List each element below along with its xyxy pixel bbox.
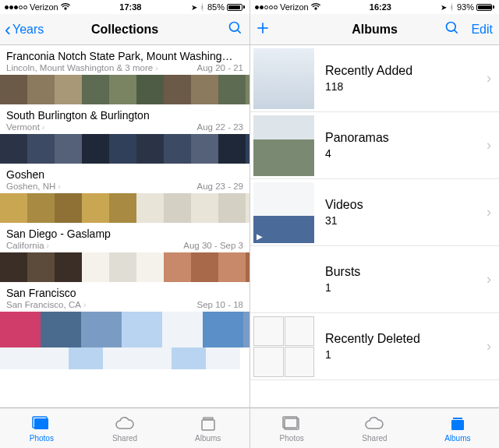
album-name: Recently Added xyxy=(325,64,487,78)
tab-photos[interactable]: Photos xyxy=(0,408,83,448)
tab-label: Shared xyxy=(362,434,387,443)
nav-bar: Albums Edit xyxy=(250,14,499,45)
battery-icon xyxy=(476,4,494,11)
album-row[interactable]: Panoramas 4 › xyxy=(250,112,499,179)
collection-date: Aug 22 - 23 xyxy=(197,122,243,132)
collection-group[interactable]: San Francisco San Francisco, CA› Sep 10 … xyxy=(0,282,250,369)
album-count: 4 xyxy=(325,147,487,160)
chevron-right-icon: › xyxy=(487,204,491,220)
album-name: Bursts xyxy=(325,265,487,279)
signal-dots-icon xyxy=(5,5,27,9)
tab-shared[interactable]: Shared xyxy=(333,408,416,448)
album-count: 118 xyxy=(325,80,487,93)
tab-label: Albums xyxy=(444,434,470,443)
nav-bar: ‹ Years Collections xyxy=(0,14,250,45)
tab-albums[interactable]: Albums xyxy=(416,408,499,448)
collection-date: Aug 30 - Sep 3 xyxy=(183,241,243,250)
collections-list[interactable]: Franconia Notch State Park, Mount Washin… xyxy=(0,45,250,407)
tab-label: Shared xyxy=(112,434,137,443)
thumbnail-strip[interactable] xyxy=(0,347,250,369)
signal-dots-icon xyxy=(255,5,278,9)
albums-icon xyxy=(448,414,468,433)
location-arrow-icon: ➤ xyxy=(441,3,447,12)
collection-location: San Francisco, CA xyxy=(6,300,81,309)
chevron-left-icon: ‹ xyxy=(5,20,11,39)
bluetooth-icon: ᚼ xyxy=(200,2,205,12)
album-count: 1 xyxy=(325,281,487,294)
chevron-right-icon: › xyxy=(487,338,491,355)
collection-group[interactable]: Franconia Notch State Park, Mount Washin… xyxy=(0,45,250,104)
photos-icon xyxy=(281,414,302,433)
chevron-right-icon: › xyxy=(42,123,44,132)
collection-date: Aug 20 - 21 xyxy=(197,63,243,72)
search-button[interactable] xyxy=(228,20,243,39)
status-bar: Verizon 16:23 ➤ ᚼ 93% xyxy=(250,0,499,14)
search-button[interactable] xyxy=(444,20,460,39)
album-thumbnail: ▶ xyxy=(253,182,314,243)
collection-title: South Burlington & Burlington xyxy=(6,109,243,122)
album-row[interactable]: Bursts 1 › xyxy=(250,246,499,313)
album-thumbnail xyxy=(253,115,314,176)
svg-rect-13 xyxy=(453,418,462,419)
collection-title: San Diego - Gaslamp xyxy=(6,228,243,240)
albums-list[interactable]: Recently Added 118 › Panoramas 4 › ▶ Vid… xyxy=(250,45,499,407)
collection-group[interactable]: San Diego - Gaslamp California› Aug 30 -… xyxy=(0,223,250,282)
clock-time: 17:38 xyxy=(119,2,141,12)
collection-location: California xyxy=(6,241,44,250)
album-row[interactable]: Recently Added 118 › xyxy=(250,45,499,112)
chevron-right-icon: › xyxy=(83,301,86,309)
album-row[interactable]: Recently Deleted 1 › xyxy=(250,313,499,380)
thumbnail-strip[interactable] xyxy=(0,75,250,104)
screen-collections: Verizon 17:38 ➤ ᚼ 85% ‹ Years Collection… xyxy=(0,0,250,448)
album-count: 31 xyxy=(325,214,487,227)
battery-pct: 85% xyxy=(207,2,225,12)
album-count: 1 xyxy=(325,348,487,361)
collection-title: San Francisco xyxy=(6,287,243,299)
album-name: Panoramas xyxy=(325,131,487,145)
tab-shared[interactable]: Shared xyxy=(83,408,167,448)
svg-point-8 xyxy=(447,22,456,31)
battery-pct: 93% xyxy=(457,2,474,12)
carrier-label: Verizon xyxy=(280,2,309,12)
album-thumbnail xyxy=(253,249,314,310)
tab-albums[interactable]: Albums xyxy=(166,408,250,448)
status-bar: Verizon 17:38 ➤ ᚼ 85% xyxy=(0,0,250,14)
chevron-right-icon: › xyxy=(47,242,49,250)
svg-point-0 xyxy=(230,22,239,31)
thumbnail-strip[interactable] xyxy=(0,134,250,164)
carrier-label: Verizon xyxy=(30,2,58,12)
cloud-icon xyxy=(364,414,384,433)
nav-title: Collections xyxy=(91,23,158,37)
collection-date: Sep 10 - 18 xyxy=(197,300,243,309)
thumbnail-strip[interactable] xyxy=(0,193,250,223)
collection-group[interactable]: South Burlington & Burlington Vermont› A… xyxy=(0,104,250,164)
tab-photos[interactable]: Photos xyxy=(250,408,333,448)
wifi-icon xyxy=(311,2,320,12)
back-button[interactable]: ‹ Years xyxy=(5,20,44,39)
collection-date: Aug 23 - 29 xyxy=(197,182,243,191)
tab-bar: Photos Shared Albums xyxy=(0,407,250,448)
collection-location: Vermont xyxy=(6,122,40,132)
thumbnail-strip[interactable] xyxy=(0,312,250,347)
tab-label: Photos xyxy=(280,434,304,443)
collection-location: Lincoln, Mount Washington & 3 more xyxy=(6,63,153,72)
location-arrow-icon: ➤ xyxy=(191,3,197,12)
video-badge-icon: ▶ xyxy=(257,232,263,241)
add-button[interactable] xyxy=(255,20,271,39)
tab-label: Photos xyxy=(30,434,54,443)
screen-albums: Verizon 16:23 ➤ ᚼ 93% Albums Edit xyxy=(250,0,499,448)
back-label: Years xyxy=(12,23,44,37)
thumbnail-strip[interactable] xyxy=(0,252,250,282)
album-row[interactable]: ▶ Videos 31 › xyxy=(250,179,499,246)
chevron-right-icon: › xyxy=(155,64,157,72)
wifi-icon xyxy=(61,2,70,12)
edit-button[interactable]: Edit xyxy=(471,23,493,37)
cloud-icon xyxy=(115,414,135,433)
collection-location: Goshen, NH xyxy=(6,182,55,191)
svg-rect-4 xyxy=(202,420,214,430)
svg-line-1 xyxy=(238,30,241,33)
svg-rect-5 xyxy=(203,418,213,419)
chevron-right-icon: › xyxy=(487,137,491,153)
clock-time: 16:23 xyxy=(370,2,391,12)
collection-group[interactable]: Goshen Goshen, NH› Aug 23 - 29 xyxy=(0,164,250,223)
